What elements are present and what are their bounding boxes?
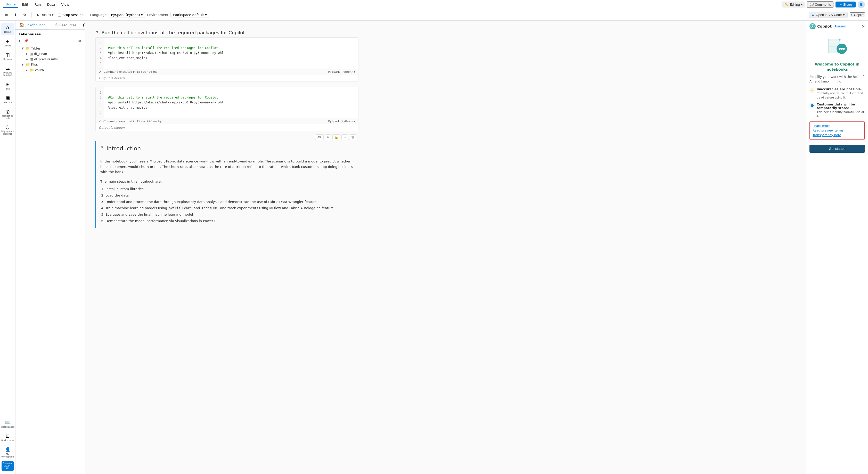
nav-data[interactable]: Data (44, 2, 58, 7)
code-content-2[interactable]: #Run this cell to install the required p… (104, 87, 358, 118)
stop-session-area: Stop session (58, 13, 84, 17)
intro-paragraph-1: In this notebook, you'll see a Microsoft… (100, 159, 359, 175)
cell-more-button[interactable]: ··· (341, 134, 348, 140)
language-selector[interactable]: PySpark (Python) ▾ (108, 12, 145, 18)
sidebar-item-deployment[interactable]: ⬡ Deployment pipelines (1, 123, 14, 137)
share-button[interactable]: ↗ Share (836, 2, 856, 7)
environment-chevron-icon: ▾ (205, 13, 207, 17)
download-button[interactable]: ⬇ (12, 12, 19, 18)
stop-session-checkbox[interactable] (58, 13, 61, 17)
tree-df-pred-node[interactable]: ▶ ▦ df_pred_results (16, 57, 85, 62)
nav-run[interactable]: Run (32, 2, 43, 7)
explorer-collapse-button[interactable]: ❮❮ (81, 21, 85, 29)
format-button[interactable]: ⊞ (3, 12, 10, 18)
transparency-note-link[interactable]: Transparency note (812, 133, 862, 137)
intro-collapse-button[interactable]: ▼ (100, 145, 104, 149)
sidebar-item-monitoring[interactable]: ◎ Monitoring hub (1, 107, 14, 122)
explorer-pin-button[interactable]: 📌 (23, 38, 30, 43)
open-vs-code-button[interactable]: ⚙ Open in VS Code ▾ (809, 12, 847, 18)
cell-code-button[interactable]: </> (315, 134, 323, 140)
tab-resources[interactable]: 📄 Resources (49, 21, 81, 29)
top-nav-right: ✏️ Editing ▾ 💬 Comments ↗ Share 👤 (782, 1, 865, 8)
language-value: PySpark (Python) (111, 13, 140, 17)
sidebar-item-create[interactable]: + Create (1, 36, 14, 49)
cell1-footer: ✓ -Command executed in 15 sec 426 ms PyS… (96, 69, 358, 75)
nav-view[interactable]: View (59, 2, 72, 7)
line-numbers-1: 1 2 3 4 5 (96, 38, 104, 69)
resources-icon: 📄 (53, 23, 58, 27)
monitoring-icon: ◎ (6, 109, 10, 114)
sidebar-item-apps[interactable]: ⊞ Apps (1, 80, 14, 92)
copilot-panel: Copilot Preview ✕ ✦ (806, 21, 868, 474)
cell2-lang: PySpark (Python) (328, 120, 353, 123)
tree-df-clean-node[interactable]: ▶ ▦ df_clean (16, 51, 85, 57)
top-navigation: Home Edit Run Data View ✏️ Editing ▾ 💬 C… (0, 0, 868, 9)
copilot-point-1: ⚠ Inaccuracies are possible. Carefully r… (809, 88, 865, 99)
svg-point-7 (839, 48, 841, 50)
copilot-welcome-title: Welcome to Copilot in notebooks (809, 62, 865, 72)
inaccuracy-icon: ⚠ (809, 88, 815, 93)
cell-lock-button[interactable]: 🔒 (332, 134, 340, 140)
comment-icon: 💬 (810, 3, 814, 6)
code-cmd2-2: %load_ext chat_magics (108, 105, 354, 110)
environment-selector[interactable]: Workspace default ▾ (170, 12, 209, 18)
list-item: Train machine learning models using Scik… (105, 206, 359, 211)
nav-home[interactable]: Home (3, 1, 18, 8)
tab-lakehouses[interactable]: 🏠 Lakehouses (16, 21, 49, 29)
preview-terms-link[interactable]: Read preview terms (812, 129, 862, 132)
storage-icon: 🔵 (809, 103, 815, 108)
copilot-point-2: 🔵 Customer data will be temporarily stor… (809, 103, 865, 118)
toolbar-right: ⚙ Open in VS Code ▾ ✦ Copilot (809, 12, 865, 18)
code-content-1[interactable]: #Run this cell to install the required p… (104, 38, 358, 69)
copilot-close-button[interactable]: ✕ (862, 24, 865, 29)
intro-paragraph-2: The main steps in this notebook are: Ins… (100, 179, 359, 224)
sidebar-item-my-workspace[interactable]: 👤 My workspace (1, 445, 14, 460)
explorer-panel: 🏠 Lakehouses 📄 Resources ❮❮ Lakehouses r… (16, 21, 85, 474)
cell-delete-button[interactable]: 🗑 (349, 134, 356, 140)
sidebar-item-metrics[interactable]: ▣ Metrics (1, 93, 14, 106)
sidebar-item-workspaces[interactable]: ⊡ Workspaces Workspaces (1, 431, 14, 444)
sidebar-item-browse[interactable]: ◫ Browse (1, 50, 14, 63)
folder-icon: 📁 (26, 46, 30, 50)
success-icon: ✓ (99, 70, 102, 74)
main-layout: ⌂ Home + Create ◫ Browse ☁ OneLake data … (0, 21, 868, 474)
sidebar-item-learn[interactable]: 📖 Workspaces (1, 417, 14, 430)
metrics-icon: ▣ (5, 95, 10, 101)
sidebar-bottom: 📖 Workspaces ⊡ Workspaces Workspaces 👤 M… (1, 417, 14, 474)
left-sidebar: ⌂ Home + Create ◫ Browse ☁ OneLake data … (0, 21, 16, 474)
cell-edit-button[interactable]: ✏ (325, 134, 331, 140)
customer-badge[interactable]: Customer churn-513 (2, 461, 14, 471)
intro-title: Introduction (106, 145, 141, 152)
comments-button[interactable]: 💬 Comments (807, 1, 833, 8)
tree-files-node[interactable]: ▼ 📁 Files (16, 62, 85, 67)
section1-collapse-button[interactable]: ▼ (95, 30, 99, 34)
sidebar-item-home[interactable]: ⌂ Home (1, 23, 14, 35)
learn-more-link[interactable]: Learn more (812, 124, 862, 128)
cell1-output-hidden: Output is hidden (96, 75, 358, 82)
tree-tables-node[interactable]: ▼ 📁 Tables (16, 45, 85, 51)
get-started-button[interactable]: Get started (809, 145, 865, 153)
tables-chevron-icon: ▼ (22, 47, 25, 50)
cell1-footer-right[interactable]: PySpark (Python) ▾ (328, 70, 355, 73)
user-avatar[interactable]: 👤 (858, 1, 865, 8)
download-icon: ⬇ (14, 13, 17, 17)
copilot-title: Copilot (817, 24, 832, 28)
deployment-icon: ⬡ (6, 125, 10, 130)
svg-point-9 (843, 48, 845, 50)
settings-button[interactable]: ⚙ (21, 12, 28, 18)
tree-churn-node[interactable]: ▶ 📁 churn (16, 67, 85, 73)
nav-edit[interactable]: Edit (19, 2, 31, 7)
sidebar-item-onelake[interactable]: ☁ OneLake data hub (1, 64, 14, 78)
run-all-button[interactable]: ▶ Run all ▾ (35, 12, 56, 18)
explorer-search-button[interactable]: r (18, 38, 22, 43)
copilot-toolbar-button[interactable]: ✦ Copilot (850, 12, 865, 17)
gear-icon: ⚙ (23, 13, 26, 17)
editing-button[interactable]: ✏️ Editing ▾ (782, 2, 805, 7)
files-folder-icon: 📁 (26, 63, 30, 67)
environment-value: Workspace default (173, 13, 204, 17)
svg-text:✦: ✦ (838, 38, 841, 42)
code-cell-1: 1 2 3 4 5 #Run this cell to install the … (95, 37, 359, 82)
code-cell-2-inner: 1 2 3 4 5 #Run this cell to install the … (96, 87, 358, 118)
cell2-footer-right[interactable]: PySpark (Python) ▾ (328, 120, 355, 123)
explorer-sync-button[interactable]: ⇄ (77, 38, 83, 43)
